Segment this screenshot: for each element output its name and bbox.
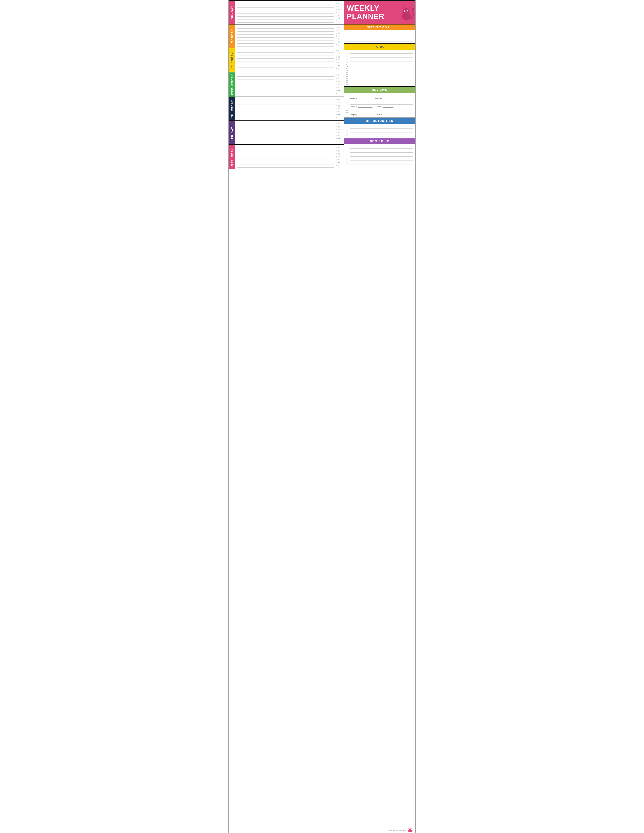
- sunday-block: SUNDAY ✉f ılıg⁺ ⊙▣ ⊡℗ ✧t ⚭🐦 ✎▷: [229, 1, 344, 24]
- review-company-field: Company:: [349, 113, 372, 116]
- todo-checkbox[interactable]: [346, 51, 348, 53]
- icon-pair: ⚭🐦: [336, 138, 340, 140]
- review-bottom-row: Company: Due Date:: [346, 97, 413, 99]
- day-line: [237, 146, 333, 149]
- todo-checkbox[interactable]: [346, 55, 348, 57]
- star-icon: ✧: [336, 111, 338, 113]
- day-line: [237, 59, 333, 61]
- review-title-line: [349, 102, 413, 105]
- chart-icon: ılı: [336, 29, 337, 31]
- opportunity-checkbox[interactable]: [346, 133, 348, 136]
- pinterest-icon: ℗: [338, 108, 340, 109]
- tumblr-icon: t: [338, 159, 339, 161]
- pinterest-icon: ℗: [338, 156, 340, 158]
- coming-up-checkbox[interactable]: [346, 146, 348, 148]
- svg-point-8: [404, 11, 405, 11]
- coming-up-header: COMING UP: [344, 138, 415, 144]
- day-line: [237, 83, 333, 86]
- icon-pair: ✧t: [336, 62, 339, 64]
- icon-pair: ⊡℗: [336, 84, 340, 85]
- link-icon: ⚭: [336, 138, 338, 140]
- goal-line: [346, 39, 413, 42]
- coming-up-checkbox[interactable]: [346, 158, 348, 160]
- goal-line: [346, 31, 413, 34]
- friday-lines: [235, 121, 335, 144]
- coming-up-checkbox[interactable]: [346, 154, 348, 156]
- friday-icons: ✉f ılıg⁺ ⊙▣ ⊡℗ ✧t ⚭🐦 ✎▷: [335, 121, 344, 144]
- saturday-label: SATURDAY: [229, 145, 235, 169]
- star-icon: ✧: [336, 135, 338, 137]
- icon-pair: ✎▷: [336, 68, 340, 70]
- instagram-icon: ▣: [338, 129, 340, 130]
- review-top-row: [346, 110, 413, 113]
- todo-checkbox[interactable]: [346, 78, 348, 81]
- review-entry: Company: Due Date:: [344, 101, 415, 109]
- todo-item: [344, 58, 415, 61]
- icon-pair: ✎▷: [336, 141, 340, 142]
- todo-checkbox[interactable]: [346, 66, 348, 69]
- todo-item: [344, 53, 415, 58]
- icon-pair: ⊙▣: [336, 153, 340, 155]
- link-icon: ⚭: [336, 41, 338, 43]
- todo-checkbox[interactable]: [346, 71, 348, 73]
- opportunity-line: [349, 129, 413, 132]
- instagram-icon: ▣: [338, 80, 340, 82]
- footer-cat-icon: [407, 828, 413, 833]
- day-line: [237, 111, 333, 113]
- day-line: [237, 53, 333, 55]
- company-input-line: [358, 113, 372, 116]
- icon-pair: ✎▷: [336, 44, 340, 46]
- youtube-icon: ▷: [338, 44, 340, 46]
- reviews-section: REVIEWS Company: Due Date:: [344, 87, 415, 118]
- opportunities-section: OPPORTUNITIES: [344, 118, 415, 138]
- icon-pair: ✎▷: [336, 93, 340, 95]
- twitter-icon: 🐦: [338, 114, 340, 116]
- youtube-icon: ▷: [338, 117, 340, 119]
- todo-checkbox[interactable]: [346, 82, 348, 85]
- day-line: [237, 101, 333, 105]
- rss-icon: ⊙: [336, 32, 338, 34]
- facebook-icon: f: [338, 26, 339, 28]
- coming-up-checkbox[interactable]: [346, 150, 348, 152]
- planner-container: SUNDAY ✉f ılıg⁺ ⊙▣ ⊡℗ ✧t ⚭🐦 ✎▷: [229, 1, 415, 833]
- todo-header: TO DO: [344, 44, 415, 50]
- coming-up-item: [344, 156, 415, 161]
- todo-input-line: [349, 66, 413, 69]
- email-icon: ✉: [336, 3, 338, 4]
- pinterest-icon: ℗: [338, 132, 340, 133]
- todo-checkbox[interactable]: [346, 59, 348, 61]
- opportunity-checkbox[interactable]: [346, 130, 348, 132]
- company-label: Company:: [349, 106, 357, 107]
- twitter-icon: 🐦: [338, 18, 340, 19]
- tumblr-icon: t: [338, 135, 339, 137]
- review-entry: Company: Due Date:: [344, 93, 415, 101]
- todo-checkbox[interactable]: [346, 74, 348, 77]
- todo-checkbox[interactable]: [346, 63, 348, 65]
- icon-pair: ✉f: [336, 147, 339, 149]
- gplus-icon: g⁺: [338, 102, 340, 104]
- day-line: [237, 89, 333, 92]
- twitter-icon: 🐦: [338, 162, 340, 164]
- coming-up-items: [344, 144, 415, 166]
- trash-icon: ⊡: [336, 132, 338, 133]
- review-checkbox[interactable]: [346, 110, 348, 113]
- sunday-label: SUNDAY: [229, 1, 235, 24]
- due-input-line: [383, 113, 393, 116]
- link-icon: ⚭: [336, 90, 338, 92]
- review-checkbox[interactable]: [346, 102, 348, 105]
- day-line: [237, 153, 333, 155]
- email-icon: ✉: [336, 99, 338, 101]
- opportunity-checkbox[interactable]: [346, 125, 348, 128]
- icon-pair: ✉f: [336, 74, 339, 76]
- icon-pair: ✧t: [336, 111, 339, 113]
- icon-pair: ⊙▣: [336, 8, 340, 10]
- opportunity-item: [344, 125, 415, 129]
- right-column: WEEKLY PLANNER: [344, 1, 415, 833]
- todo-input-line: [349, 70, 413, 73]
- coming-up-checkbox[interactable]: [346, 162, 348, 164]
- friday-label: FRIDAY: [229, 121, 235, 144]
- review-checkbox[interactable]: [346, 94, 348, 96]
- due-input-line: [383, 105, 393, 108]
- instagram-icon: ▣: [338, 153, 340, 155]
- todo-input-line: [349, 62, 413, 65]
